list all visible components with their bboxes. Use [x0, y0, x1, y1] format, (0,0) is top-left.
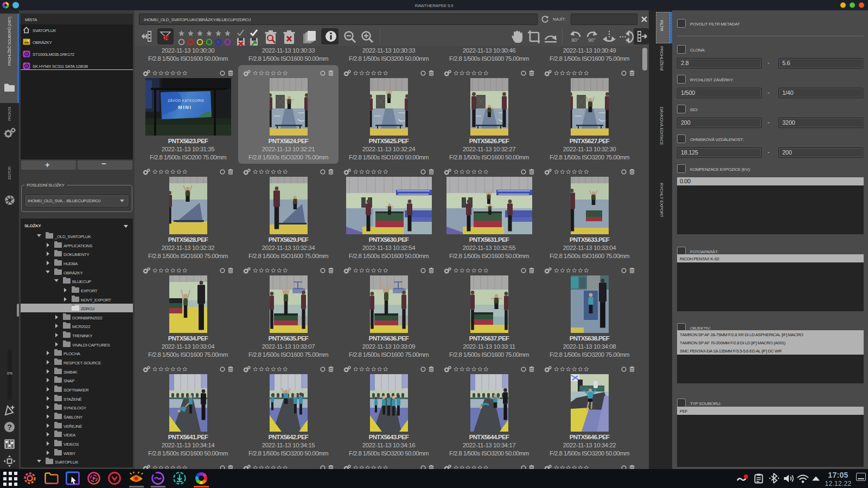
svg-text:ZÁVOD KATEGORIE: ZÁVOD KATEGORIE — [168, 98, 205, 102]
svg-text:?: ? — [7, 423, 12, 432]
svg-text:MINI: MINI — [178, 105, 192, 110]
svg-text:90°: 90° — [588, 37, 596, 43]
svg-text:90°: 90° — [571, 37, 579, 43]
